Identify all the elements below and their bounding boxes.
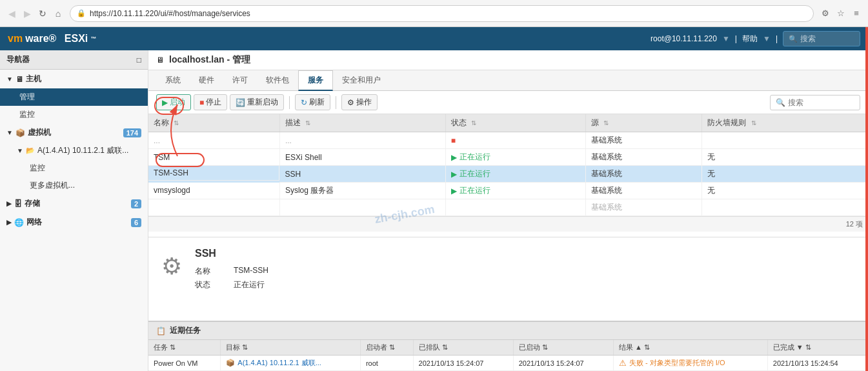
star-icon[interactable]: ☆ (834, 7, 847, 20)
detail-content: SSH 名称 TSM-SSH 状态 正在运行 (195, 248, 855, 293)
target-vm-icon: 📦 (226, 359, 235, 367)
task-row[interactable]: Power On VM 📦 A(1.4.A1) 10.11.2.1 威联... … (148, 356, 868, 371)
tasks-col-initiator[interactable]: 启动者 ⇅ (360, 340, 413, 356)
help-label[interactable]: 帮助 (742, 34, 758, 45)
actions-button[interactable]: ⚙ 操作 (341, 94, 378, 110)
forward-button[interactable]: ▶ (21, 7, 34, 20)
detail-status-value: 正在运行 (234, 279, 265, 290)
stop-button[interactable]: ■ 停止 (194, 94, 227, 110)
toolbar-divider1 (289, 96, 290, 109)
col-description[interactable]: 描述 ⇅ (279, 114, 445, 132)
col-source[interactable]: 源 ⇅ (585, 114, 702, 132)
sidebar-section-host[interactable]: ▼ 🖥 主机 (0, 70, 148, 88)
app-container: vmware® ESXi™ root@10.11.11.220 ▼ | 帮助 ▼… (0, 27, 868, 371)
col-firewall[interactable]: 防火墙规则 ⇅ (702, 114, 868, 132)
task-queued: 2021/10/13 15:24:07 (413, 356, 513, 371)
sidebar-item-vm-monitor[interactable]: 监控 (0, 159, 148, 177)
header-separator2: | (776, 34, 778, 43)
tab-services[interactable]: 服务 (298, 70, 333, 91)
network-icon: 🌐 (14, 218, 24, 227)
col-status[interactable]: 状态 ⇅ (445, 114, 585, 132)
start-icon: ▶ (162, 98, 168, 107)
home-button[interactable]: ⌂ (52, 7, 65, 20)
address-bar[interactable]: 🔒 https://10.11.11.220/ui/#/host/manage/… (70, 5, 814, 22)
host-icon: 🖥 (15, 75, 23, 84)
logo-esxi: ESXi (65, 33, 88, 45)
tab-license[interactable]: 许可 (223, 71, 257, 91)
network-toggle: ▶ (6, 219, 12, 226)
vm-monitor-label: 监控 (30, 163, 45, 174)
sidebar-item-vm-label: 虚拟机 (28, 127, 51, 138)
help-dropdown[interactable]: ▼ (763, 34, 771, 43)
cell-name-ssh: TSM-SSH (148, 166, 279, 181)
running-icon4: ▶ (451, 186, 457, 196)
sidebar-section-storage[interactable]: ▶ 🗄 存储 2 (0, 194, 148, 213)
extensions-icon[interactable]: ⚙ (819, 7, 832, 20)
logo-tm: ™ (90, 35, 96, 42)
cell-status: ▶ 正在运行 (445, 149, 585, 166)
refresh-button[interactable]: ↻ 刷新 (295, 94, 330, 110)
sidebar-item-manage[interactable]: 管理 (0, 88, 148, 106)
stop-label: 停止 (206, 97, 221, 108)
toolbar: ▶ 启动 ■ 停止 🔄 重新启动 ↻ 刷新 ⚙ (148, 91, 868, 114)
tasks-header: 📋 近期任务 (148, 322, 868, 340)
table-row[interactable]: TSM ESXi Shell ▶ 正在运行 基础系统 无 (148, 149, 868, 166)
restart-button[interactable]: 🔄 重新启动 (230, 94, 284, 110)
folder-icon: 📂 (26, 146, 35, 155)
refresh-button[interactable]: ↻ (36, 7, 49, 20)
a1-toggle: ▼ (17, 147, 23, 154)
sidebar-title: 导航器 (6, 54, 30, 65)
tab-security[interactable]: 安全和用户 (333, 71, 390, 91)
vmware-logo: vmware® ESXi™ (8, 33, 96, 45)
cell-name: ... (148, 132, 279, 149)
cell-firewall-syslog: 无 (702, 183, 868, 199)
storage-icon: 🗄 (14, 199, 22, 208)
tasks-col-completed[interactable]: 已完成 ▼ ⇅ (767, 340, 867, 356)
tab-packages[interactable]: 软件包 (257, 71, 298, 91)
back-button[interactable]: ◀ (5, 7, 18, 20)
task-started: 2021/10/13 15:24:07 (513, 356, 613, 371)
tasks-col-result[interactable]: 结果 ▲ ⇅ (613, 340, 767, 356)
task-target: 📦 A(1.4.A1) 10.11.2.1 威联... (221, 356, 361, 371)
search-input[interactable] (800, 34, 852, 43)
sidebar-item-more-vms[interactable]: 更多虚拟机... (0, 177, 148, 194)
tab-system[interactable]: 系统 (156, 71, 190, 91)
tasks-col-started[interactable]: 已启动 ⇅ (513, 340, 613, 356)
sidebar-section-vm[interactable]: ▼ 📦 虚拟机 174 (0, 123, 148, 142)
header-search[interactable]: 🔍 (783, 31, 860, 46)
sidebar-item-a1[interactable]: ▼ 📂 A(1.4.A1) 10.11.2.1 威联... (0, 142, 148, 159)
table-row[interactable]: ... ... ■ 基础系统 (148, 132, 868, 149)
main-area: 导航器 □ ▼ 🖥 主机 管理 监控 ▼ 📦 虚拟机 174 (0, 50, 868, 371)
error-icon: ⚠ (619, 358, 627, 368)
detail-icon: ⚙ (161, 253, 182, 280)
task-completed: 2021/10/13 15:24:54 (767, 356, 867, 371)
col-name[interactable]: 名称 ⇅ (148, 114, 279, 132)
tasks-col-task[interactable]: 任务 ⇅ (148, 340, 221, 356)
table-row[interactable]: 基础系统 (148, 199, 868, 216)
table-row-selected[interactable]: TSM-SSH SSH ▶ 正在运行 基础系统 无 (148, 166, 868, 183)
search-icon: 🔍 (789, 35, 798, 43)
cell-source: 基础系统 (585, 149, 702, 166)
tasks-col-queued[interactable]: 已排队 ⇅ (413, 340, 513, 356)
sidebar-section-network[interactable]: ▶ 🌐 网络 6 (0, 213, 148, 232)
start-label: 启动 (170, 97, 185, 108)
toolbar-search-input[interactable] (788, 98, 853, 107)
cell-status-syslog: ▶ 正在运行 (445, 183, 585, 199)
host-toggle: ▼ (6, 75, 13, 83)
sidebar-item-monitor[interactable]: 监控 (0, 106, 148, 123)
more-vms-label: 更多虚拟机... (30, 180, 75, 191)
tab-hardware[interactable]: 硬件 (190, 71, 223, 91)
sidebar-close-icon[interactable]: □ (137, 55, 141, 65)
menu-icon[interactable]: ≡ (850, 7, 863, 20)
start-button[interactable]: ▶ 启动 (156, 94, 191, 110)
table-row[interactable]: vmsyslogd Syslog 服务器 ▶ 正在运行 基础系统 无 (148, 183, 868, 199)
restart-label: 重新启动 (247, 97, 278, 108)
toolbar-search[interactable]: 🔍 (770, 95, 860, 110)
cell-status-more (445, 199, 585, 216)
tasks-col-target[interactable]: 目标 ⇅ (221, 340, 361, 356)
cell-desc-more (279, 199, 445, 216)
cell-status-ssh: ▶ 正在运行 (445, 166, 585, 183)
cell-name: TSM (148, 149, 279, 166)
header-separator: | (735, 34, 737, 43)
logo-vm: vm (8, 33, 23, 45)
